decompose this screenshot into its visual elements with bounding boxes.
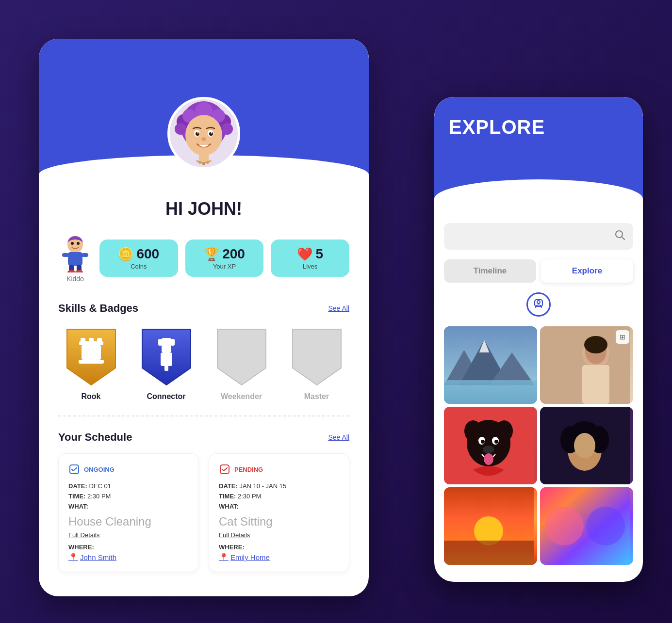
explore-title: EXPLORE [449, 116, 628, 138]
svg-rect-75 [158, 339, 162, 346]
stat-lives: ❤️ 5 Lives [271, 240, 349, 277]
kiddo-label: Kiddo [66, 275, 84, 283]
photo-dog[interactable] [444, 407, 537, 484]
stat-coins: 🪙 600 Coins [99, 240, 178, 277]
pending-where-value: Emily Home [230, 553, 270, 561]
badges-row: Rook [58, 324, 349, 401]
svg-point-57 [206, 161, 209, 164]
photo-woman-pink[interactable]: ⊞ [540, 326, 633, 404]
ongoing-full-details[interactable]: Full Details [68, 531, 189, 539]
main-card: HI JOHN! [39, 39, 369, 596]
svg-rect-73 [79, 360, 104, 364]
ongoing-where-label: WHERE: [68, 543, 189, 551]
badge-master: Master [284, 324, 349, 401]
svg-point-46 [185, 115, 222, 156]
svg-point-36 [545, 507, 584, 545]
svg-point-21 [481, 440, 485, 444]
svg-rect-61 [68, 252, 82, 266]
stat-xp: 🏆 200 Your XP [185, 240, 264, 277]
location-icon-2: 📍 [219, 553, 229, 562]
explore-icon-row [444, 292, 633, 317]
lives-icon: ❤️ [297, 247, 312, 262]
svg-point-51 [197, 132, 199, 134]
search-bar[interactable] [444, 223, 633, 250]
lives-value: 5 [315, 246, 323, 262]
pending-date: DATE: JAN 10 - JAN 15 [219, 482, 339, 490]
photo-mountain[interactable] [444, 326, 537, 404]
svg-rect-74 [162, 338, 171, 352]
pending-full-details[interactable]: Full Details [219, 531, 339, 539]
svg-point-22 [494, 440, 498, 444]
badge-connector: Connector [133, 324, 199, 401]
tabs-row: Timeline Explore [444, 259, 633, 283]
pending-what-label: WHAT: [219, 503, 339, 510]
schedule-card-pending: PENDING DATE: JAN 10 - JAN 15 TIME: 2:30… [209, 453, 349, 572]
explore-header: EXPLORE [434, 97, 643, 199]
ongoing-time: TIME: 2:30 PM [68, 493, 189, 500]
photo-grid: ⊞ [444, 326, 633, 565]
search-icon [615, 230, 625, 243]
schedule-see-all[interactable]: See All [328, 433, 349, 441]
schedule-section-header: Your Schedule See All [58, 431, 349, 444]
xp-label: Your XP [213, 263, 236, 270]
schedule-card-ongoing: ONGOING DATE: DEC 01 TIME: 2:30 PM WHAT:… [58, 453, 199, 572]
svg-rect-77 [161, 352, 172, 366]
kiddo-avatar: Kiddo [58, 234, 92, 283]
svg-point-56 [202, 162, 205, 165]
photo-woman-dark[interactable] [540, 407, 633, 484]
svg-point-66 [67, 270, 75, 272]
svg-point-14 [584, 336, 607, 353]
schedule-cards: ONGOING DATE: DEC 01 TIME: 2:30 PM WHAT:… [58, 453, 349, 572]
skills-section-header: Skills & Badges See All [58, 302, 349, 315]
ongoing-date: DATE: DEC 01 [68, 482, 189, 490]
avatar [167, 97, 240, 170]
photo-sunset[interactable] [444, 487, 537, 565]
badge-weekender-name: Weekender [221, 392, 262, 401]
svg-point-42 [221, 123, 233, 135]
status-pending: PENDING [219, 463, 339, 475]
explore-card: EXPLORE Timeline Explore [434, 97, 643, 582]
ongoing-where-value: John Smith [80, 553, 116, 561]
svg-rect-76 [171, 339, 175, 346]
pending-where-link[interactable]: 📍 Emily Home [219, 553, 339, 562]
xp-icon: 🏆 [204, 247, 219, 262]
person-icon [526, 292, 551, 317]
ongoing-what-label: WHAT: [68, 503, 189, 510]
status-pending-label: PENDING [234, 466, 263, 473]
svg-rect-69 [81, 338, 85, 345]
svg-point-52 [211, 132, 213, 134]
badge-weekender: Weekender [209, 324, 274, 401]
location-icon-1: 📍 [68, 553, 78, 562]
svg-point-59 [71, 242, 74, 245]
svg-point-55 [198, 161, 201, 164]
svg-rect-34 [444, 541, 534, 565]
coins-icon: 🪙 [118, 247, 133, 262]
tab-explore[interactable]: Explore [541, 259, 633, 283]
ongoing-service: House Cleaning [68, 515, 189, 528]
svg-point-53 [201, 137, 206, 141]
skills-see-all[interactable]: See All [328, 304, 349, 312]
badge-master-name: Master [304, 392, 329, 401]
svg-point-24 [484, 453, 493, 465]
skills-title: Skills & Badges [58, 302, 138, 315]
svg-point-31 [574, 433, 595, 458]
ongoing-where-link[interactable]: 📍 John Smith [68, 553, 189, 562]
pending-where-label: WHERE: [219, 543, 339, 551]
svg-rect-72 [82, 345, 101, 360]
ongoing-check-icon [68, 463, 80, 475]
explore-body: Timeline Explore [434, 199, 643, 575]
overlay-icon-1: ⊞ [616, 330, 629, 344]
svg-rect-9 [444, 380, 537, 404]
svg-point-3 [537, 301, 540, 304]
pending-time: TIME: 2:30 PM [219, 493, 339, 500]
main-card-header [39, 39, 369, 175]
svg-point-40 [175, 123, 186, 135]
pending-check-icon [219, 463, 230, 475]
svg-rect-62 [62, 253, 69, 257]
tab-timeline[interactable]: Timeline [444, 259, 536, 283]
photo-colorful[interactable] [540, 487, 633, 565]
coins-label: Coins [131, 263, 147, 270]
svg-rect-63 [82, 253, 88, 257]
schedule-title: Your Schedule [58, 431, 132, 444]
status-ongoing-label: ONGOING [84, 466, 115, 473]
